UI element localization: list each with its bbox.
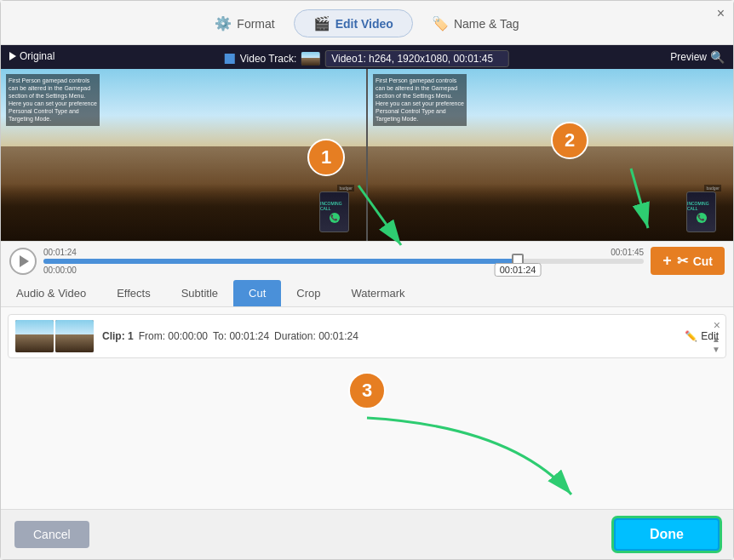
clip-close-button[interactable]: × <box>714 318 720 332</box>
top-tab-bar: ⚙️ Format 🎬 Edit Video 🏷️ Name & Tag <box>1 1 733 45</box>
clip-duration: Duration: 00:01:24 <box>274 330 358 342</box>
sub-tab-subtitle[interactable]: Subtitle <box>166 280 233 306</box>
clip-to: To: 00:01:24 <box>213 330 269 342</box>
tab-format-label: Format <box>237 17 274 31</box>
clip-thumbnails <box>15 320 94 352</box>
timeline-current-left: 00:01:24 <box>43 248 77 257</box>
sub-tab-bar: Audio & Video Effects Subtitle Cut Crop … <box>1 280 733 307</box>
clip-row: Clip: 1 From: 00:00:00 To: 00:01:24 Dura… <box>8 314 726 358</box>
thumb-road-1 <box>15 334 54 352</box>
phone-icon-left: 📞 <box>330 213 340 223</box>
video-frame-right: First Person gamepad controls can be alt… <box>366 69 733 241</box>
tab-edit-video[interactable]: 🎬 Edit Video <box>294 9 413 37</box>
tab-edit-video-label: Edit Video <box>335 17 393 31</box>
plus-icon: + <box>662 252 672 270</box>
clip-arrow-down[interactable]: ▼ <box>712 346 720 354</box>
clip-thumb-1 <box>15 320 54 352</box>
badger-label-left: badger <box>337 185 354 191</box>
clip-content-area: Clip: 1 From: 00:00:00 To: 00:01:24 Dura… <box>1 307 733 509</box>
tab-name-tag[interactable]: 🏷️ Name & Tag <box>413 10 538 37</box>
video-thumbnail-small <box>301 52 320 66</box>
done-button[interactable]: Done <box>614 518 720 551</box>
original-label: Original <box>9 50 54 62</box>
track-square-icon <box>225 54 235 64</box>
video-text-overlay-left: First Person gamepad controls can be alt… <box>6 74 100 126</box>
incoming-call-text-right: INCOMING CALL <box>687 201 715 211</box>
road-right: INCOMING CALL 📞 badger <box>368 146 733 241</box>
badger-label-right: badger <box>704 185 721 191</box>
timeline-fill <box>43 259 524 264</box>
clip-label: Clip: 1 <box>102 330 134 342</box>
video-bg-right: First Person gamepad controls can be alt… <box>368 69 733 241</box>
motorcycle-right <box>368 184 733 241</box>
sub-tab-audio-video[interactable]: Audio & Video <box>1 280 101 306</box>
video-track-bar: Video Track: Video1: h264, 1920x1080, 00… <box>225 50 509 67</box>
timeline-end: 00:01:45 <box>611 248 644 257</box>
sub-tab-watermark[interactable]: Watermark <box>335 280 420 306</box>
preview-area: Original Video Track: Video1: h264, 1920… <box>1 45 733 241</box>
annotation-2: 2 <box>551 122 588 159</box>
thumb-road-2 <box>55 334 94 352</box>
magnify-icon: 🔍 <box>710 50 725 64</box>
timeline-bar[interactable] <box>43 259 644 264</box>
phone-right: INCOMING CALL 📞 <box>686 191 716 232</box>
timeline-track[interactable]: 00:01:24 00:01:45 00:00:00 00:01:24 <box>43 248 644 275</box>
annotation-3-container: 3 <box>8 372 726 409</box>
timeline-start: 00:00:00 <box>43 266 77 275</box>
sub-tab-cut[interactable]: Cut <box>233 280 281 306</box>
clip-arrow-up[interactable]: ▲ <box>712 335 720 344</box>
close-button[interactable]: × <box>717 6 725 21</box>
motorcycle-left <box>1 184 366 241</box>
timeline-bottom: 00:00:00 <box>43 266 644 275</box>
annotation-3: 3 <box>348 372 386 409</box>
thumb-sky-2 <box>55 320 94 334</box>
cancel-button[interactable]: Cancel <box>14 521 89 548</box>
tab-format[interactable]: ⚙️ Format <box>196 10 293 37</box>
video-track-label: Video Track: <box>240 53 296 65</box>
video-text-overlay-right: First Person gamepad controls can be alt… <box>373 74 467 126</box>
bottom-bar: Cancel Done <box>1 509 733 559</box>
phone-left: INCOMING CALL 📞 <box>319 191 349 232</box>
cut-label: Cut <box>693 254 713 268</box>
main-window: × ⚙️ Format 🎬 Edit Video 🏷️ Name & Tag O… <box>0 0 734 560</box>
phone-icon-right: 📞 <box>697 213 707 223</box>
video-track-select[interactable]: Video1: h264, 1920x1080, 00:01:45 <box>325 50 509 67</box>
sky-left: First Person gamepad controls can be alt… <box>1 69 366 146</box>
cut-button[interactable]: + ✂ Cut <box>651 247 725 275</box>
green-arrow-3 <box>341 409 597 509</box>
name-tag-icon: 🏷️ <box>432 15 449 31</box>
sky-right: First Person gamepad controls can be alt… <box>368 69 733 146</box>
edit-video-icon: 🎬 <box>313 15 330 31</box>
tab-name-tag-label: Name & Tag <box>454 17 519 31</box>
original-text: Original <box>20 50 54 62</box>
edit-pencil-icon: ✏️ <box>685 330 697 342</box>
preview-text: Preview <box>670 51 707 63</box>
timeline-labels: 00:01:24 00:01:45 <box>43 248 644 257</box>
clip-thumb-2 <box>55 320 94 352</box>
clip-from: From: 00:00:00 <box>139 330 208 342</box>
format-icon: ⚙️ <box>215 15 232 31</box>
timeline-area: 00:01:24 00:01:45 00:00:00 00:01:24 + ✂ … <box>1 241 733 280</box>
play-button[interactable] <box>9 248 37 275</box>
preview-label: Preview 🔍 <box>670 50 725 64</box>
thumb-sky-1 <box>15 320 54 334</box>
clip-arrows: ▲ ▼ <box>712 335 720 354</box>
incoming-call-text-left: INCOMING CALL <box>320 201 348 211</box>
play-triangle-icon <box>9 52 16 60</box>
clip-info: Clip: 1 From: 00:00:00 To: 00:01:24 Dura… <box>102 330 676 342</box>
annotation-1: 1 <box>307 139 345 176</box>
play-icon <box>20 255 29 267</box>
scissors-icon: ✂ <box>677 253 688 269</box>
current-time-tooltip: 00:01:24 <box>495 263 542 277</box>
sub-tab-effects[interactable]: Effects <box>101 280 166 306</box>
video-frames-container: First Person gamepad controls can be alt… <box>1 69 733 241</box>
sub-tab-crop[interactable]: Crop <box>281 280 335 306</box>
